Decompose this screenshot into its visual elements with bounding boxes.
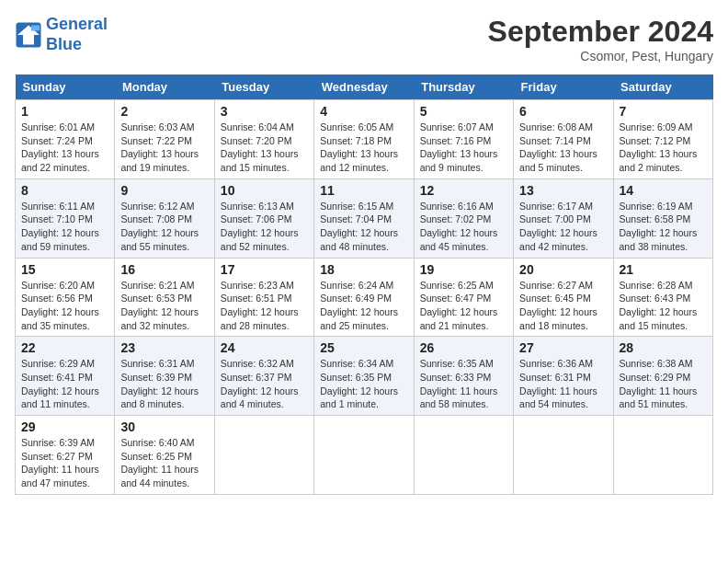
calendar-cell: 23Sunrise: 6:31 AM Sunset: 6:39 PM Dayli… xyxy=(115,337,214,416)
calendar-cell: 20Sunrise: 6:27 AM Sunset: 6:45 PM Dayli… xyxy=(514,258,613,337)
day-number: 7 xyxy=(620,104,707,119)
day-info: Sunrise: 6:23 AM Sunset: 6:51 PM Dayligh… xyxy=(221,279,308,333)
day-number: 13 xyxy=(519,183,607,198)
calendar-cell: 27Sunrise: 6:36 AM Sunset: 6:31 PM Dayli… xyxy=(514,337,613,416)
logo: General Blue xyxy=(15,15,108,54)
day-number: 6 xyxy=(519,104,607,119)
day-info: Sunrise: 6:11 AM Sunset: 7:10 PM Dayligh… xyxy=(21,200,108,254)
calendar-cell: 10Sunrise: 6:13 AM Sunset: 7:06 PM Dayli… xyxy=(214,178,313,258)
day-info: Sunrise: 6:39 AM Sunset: 6:27 PM Dayligh… xyxy=(21,436,108,490)
calendar-cell: 6Sunrise: 6:08 AM Sunset: 7:14 PM Daylig… xyxy=(514,100,613,179)
day-info: Sunrise: 6:29 AM Sunset: 6:41 PM Dayligh… xyxy=(21,357,108,411)
day-number: 12 xyxy=(420,183,507,198)
calendar-cell: 12Sunrise: 6:16 AM Sunset: 7:02 PM Dayli… xyxy=(414,178,513,258)
calendar-cell: 5Sunrise: 6:07 AM Sunset: 7:16 PM Daylig… xyxy=(414,100,513,179)
day-info: Sunrise: 6:09 AM Sunset: 7:12 PM Dayligh… xyxy=(620,121,707,175)
calendar-cell: 26Sunrise: 6:35 AM Sunset: 6:33 PM Dayli… xyxy=(414,337,513,416)
day-number: 23 xyxy=(120,340,208,355)
day-info: Sunrise: 6:19 AM Sunset: 6:58 PM Dayligh… xyxy=(620,200,707,254)
calendar-cell: 15Sunrise: 6:20 AM Sunset: 6:56 PM Dayli… xyxy=(16,258,115,337)
calendar-cell xyxy=(414,416,513,495)
calendar-cell: 18Sunrise: 6:24 AM Sunset: 6:49 PM Dayli… xyxy=(314,258,414,337)
day-number: 16 xyxy=(120,262,208,277)
day-number: 17 xyxy=(221,262,308,277)
day-number: 8 xyxy=(21,183,108,198)
page-header: General Blue September 2024 Csomor, Pest… xyxy=(15,15,713,63)
day-number: 18 xyxy=(320,262,407,277)
calendar-cell: 4Sunrise: 6:05 AM Sunset: 7:18 PM Daylig… xyxy=(314,100,414,179)
day-info: Sunrise: 6:16 AM Sunset: 7:02 PM Dayligh… xyxy=(420,200,507,254)
calendar-cell: 24Sunrise: 6:32 AM Sunset: 6:37 PM Dayli… xyxy=(214,337,313,416)
day-number: 25 xyxy=(320,340,407,355)
calendar-cell: 2Sunrise: 6:03 AM Sunset: 7:22 PM Daylig… xyxy=(115,100,214,179)
logo-text: General Blue xyxy=(46,15,108,54)
calendar-cell: 16Sunrise: 6:21 AM Sunset: 6:53 PM Dayli… xyxy=(115,258,214,337)
calendar-cell: 14Sunrise: 6:19 AM Sunset: 6:58 PM Dayli… xyxy=(613,178,712,258)
day-number: 14 xyxy=(620,183,707,198)
logo-icon xyxy=(15,21,42,49)
day-info: Sunrise: 6:12 AM Sunset: 7:08 PM Dayligh… xyxy=(120,200,208,254)
day-number: 21 xyxy=(620,262,707,277)
day-number: 4 xyxy=(320,104,407,119)
calendar-week-3: 22Sunrise: 6:29 AM Sunset: 6:41 PM Dayli… xyxy=(16,337,713,416)
calendar-cell xyxy=(214,416,313,495)
day-number: 5 xyxy=(420,104,507,119)
col-header-thursday: Thursday xyxy=(414,75,513,100)
day-info: Sunrise: 6:03 AM Sunset: 7:22 PM Dayligh… xyxy=(120,121,208,175)
calendar-cell: 13Sunrise: 6:17 AM Sunset: 7:00 PM Dayli… xyxy=(514,178,613,258)
calendar-cell: 21Sunrise: 6:28 AM Sunset: 6:43 PM Dayli… xyxy=(613,258,712,337)
day-info: Sunrise: 6:13 AM Sunset: 7:06 PM Dayligh… xyxy=(221,200,308,254)
svg-marker-2 xyxy=(31,25,40,30)
day-info: Sunrise: 6:35 AM Sunset: 6:33 PM Dayligh… xyxy=(420,357,507,411)
calendar-cell xyxy=(514,416,613,495)
day-number: 24 xyxy=(221,340,308,355)
day-number: 28 xyxy=(620,340,707,355)
location-title: Csomor, Pest, Hungary xyxy=(488,49,713,63)
day-number: 22 xyxy=(21,340,108,355)
col-header-tuesday: Tuesday xyxy=(214,75,313,100)
calendar-cell: 3Sunrise: 6:04 AM Sunset: 7:20 PM Daylig… xyxy=(214,100,313,179)
calendar-cell: 11Sunrise: 6:15 AM Sunset: 7:04 PM Dayli… xyxy=(314,178,414,258)
day-number: 10 xyxy=(221,183,308,198)
day-info: Sunrise: 6:17 AM Sunset: 7:00 PM Dayligh… xyxy=(519,200,607,254)
day-info: Sunrise: 6:07 AM Sunset: 7:16 PM Dayligh… xyxy=(420,121,507,175)
calendar-cell: 1Sunrise: 6:01 AM Sunset: 7:24 PM Daylig… xyxy=(16,100,115,179)
day-number: 19 xyxy=(420,262,507,277)
logo-blue: Blue xyxy=(46,35,82,53)
day-info: Sunrise: 6:20 AM Sunset: 6:56 PM Dayligh… xyxy=(21,279,108,333)
day-number: 9 xyxy=(120,183,208,198)
day-number: 3 xyxy=(221,104,308,119)
day-info: Sunrise: 6:08 AM Sunset: 7:14 PM Dayligh… xyxy=(519,121,607,175)
calendar-cell: 28Sunrise: 6:38 AM Sunset: 6:29 PM Dayli… xyxy=(613,337,712,416)
day-number: 15 xyxy=(21,262,108,277)
calendar-cell xyxy=(613,416,712,495)
col-header-monday: Monday xyxy=(115,75,214,100)
month-title: September 2024 xyxy=(488,15,713,49)
calendar-cell: 29Sunrise: 6:39 AM Sunset: 6:27 PM Dayli… xyxy=(16,416,115,495)
day-info: Sunrise: 6:05 AM Sunset: 7:18 PM Dayligh… xyxy=(320,121,407,175)
day-info: Sunrise: 6:31 AM Sunset: 6:39 PM Dayligh… xyxy=(120,357,208,411)
calendar-cell: 22Sunrise: 6:29 AM Sunset: 6:41 PM Dayli… xyxy=(16,337,115,416)
calendar-week-4: 29Sunrise: 6:39 AM Sunset: 6:27 PM Dayli… xyxy=(16,416,713,495)
calendar-cell: 25Sunrise: 6:34 AM Sunset: 6:35 PM Dayli… xyxy=(314,337,414,416)
calendar-cell: 30Sunrise: 6:40 AM Sunset: 6:25 PM Dayli… xyxy=(115,416,214,495)
day-number: 2 xyxy=(120,104,208,119)
calendar-cell: 7Sunrise: 6:09 AM Sunset: 7:12 PM Daylig… xyxy=(613,100,712,179)
day-info: Sunrise: 6:27 AM Sunset: 6:45 PM Dayligh… xyxy=(519,279,607,333)
day-info: Sunrise: 6:36 AM Sunset: 6:31 PM Dayligh… xyxy=(519,357,607,411)
day-info: Sunrise: 6:32 AM Sunset: 6:37 PM Dayligh… xyxy=(221,357,308,411)
day-info: Sunrise: 6:21 AM Sunset: 6:53 PM Dayligh… xyxy=(120,279,208,333)
col-header-saturday: Saturday xyxy=(613,75,712,100)
day-info: Sunrise: 6:34 AM Sunset: 6:35 PM Dayligh… xyxy=(320,357,407,411)
logo-general: General xyxy=(46,15,108,33)
col-header-friday: Friday xyxy=(514,75,613,100)
title-block: September 2024 Csomor, Pest, Hungary xyxy=(488,15,713,63)
day-info: Sunrise: 6:01 AM Sunset: 7:24 PM Dayligh… xyxy=(21,121,108,175)
col-header-wednesday: Wednesday xyxy=(314,75,414,100)
calendar-cell xyxy=(314,416,414,495)
calendar-cell: 19Sunrise: 6:25 AM Sunset: 6:47 PM Dayli… xyxy=(414,258,513,337)
calendar-table: SundayMondayTuesdayWednesdayThursdayFrid… xyxy=(15,75,713,495)
calendar-cell: 9Sunrise: 6:12 AM Sunset: 7:08 PM Daylig… xyxy=(115,178,214,258)
calendar-week-1: 8Sunrise: 6:11 AM Sunset: 7:10 PM Daylig… xyxy=(16,178,713,258)
day-info: Sunrise: 6:15 AM Sunset: 7:04 PM Dayligh… xyxy=(320,200,407,254)
